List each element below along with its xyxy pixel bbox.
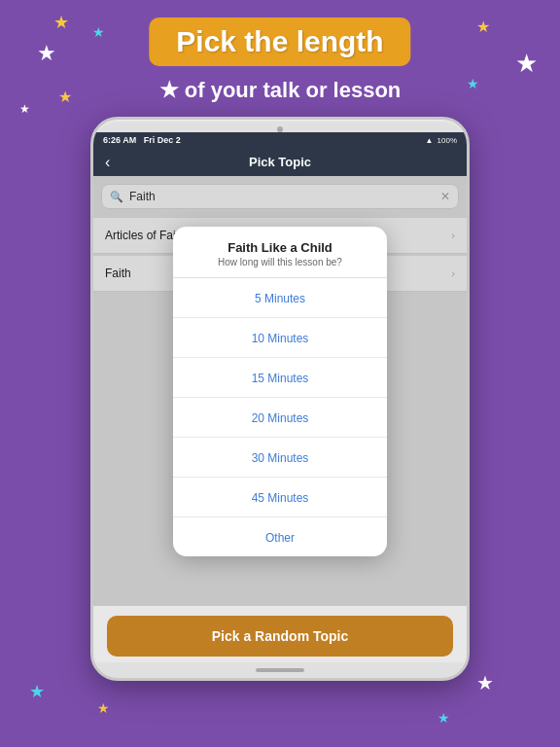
status-right: ▲ 100% <box>426 136 457 145</box>
star-decoration-4: ★ <box>476 18 490 36</box>
random-topic-button[interactable]: Pick a Random Topic <box>107 616 453 657</box>
star-decoration-8: ★ <box>19 102 30 116</box>
modal-option-45min[interactable]: 45 Minutes <box>173 478 387 517</box>
modal-header: Faith Like a Child How long will this le… <box>173 227 387 278</box>
content-area: 🔍 Faith ✕ Articles of Faith › Faith › Fa… <box>93 176 467 606</box>
nav-bar: ‹ Pick Topic <box>93 148 467 176</box>
nav-title: Pick Topic <box>249 155 311 169</box>
star-decoration-9: ★ <box>29 681 45 702</box>
star-decoration-10: ★ <box>97 700 110 716</box>
star-decoration-6: ★ <box>467 76 479 91</box>
banner-title: Pick the length <box>176 25 383 57</box>
modal-option-5min[interactable]: 5 Minutes <box>173 278 387 318</box>
modal-title: Faith Like a Child <box>189 240 371 255</box>
star-decoration-5: ★ <box>515 49 538 79</box>
modal-overlay: Faith Like a Child How long will this le… <box>93 176 467 606</box>
bottom-bar: Pick a Random Topic <box>93 606 467 662</box>
modal-option-other[interactable]: Other <box>173 517 387 556</box>
star-decoration-11: ★ <box>476 671 494 694</box>
modal-option-15min[interactable]: 15 Minutes <box>173 358 387 398</box>
modal-option-30min[interactable]: 30 Minutes <box>173 438 387 478</box>
modal-option-10min[interactable]: 10 Minutes <box>173 318 387 358</box>
back-button[interactable]: ‹ <box>105 154 110 171</box>
battery-status: 100% <box>438 136 457 145</box>
modal-option-20min[interactable]: 20 Minutes <box>173 398 387 438</box>
subtitle-text: of your talk or lesson <box>159 78 402 103</box>
star-decoration-3: ★ <box>37 41 56 66</box>
modal-option-label: 10 Minutes <box>252 332 309 345</box>
random-topic-label: Pick a Random Topic <box>212 628 349 644</box>
star-decoration-12: ★ <box>438 710 450 726</box>
star-decoration-2: ★ <box>92 24 105 40</box>
wifi-icon: ▲ <box>426 136 434 145</box>
modal-subtitle: How long will this lesson be? <box>189 257 371 267</box>
modal-option-label: 5 Minutes <box>255 292 305 305</box>
star-decoration-1: ★ <box>53 12 69 33</box>
tablet-frame: 6:26 AM Fri Dec 2 ▲ 100% ‹ Pick Topic 🔍 … <box>90 117 470 681</box>
modal-option-label: 45 Minutes <box>252 491 309 505</box>
modal-option-label: Other <box>265 531 295 545</box>
modal-box: Faith Like a Child How long will this le… <box>173 227 387 556</box>
modal-option-label: 20 Minutes <box>252 411 309 425</box>
star-decoration-7: ★ <box>58 88 72 106</box>
home-indicator <box>256 668 304 672</box>
status-time: 6:26 AM Fri Dec 2 <box>103 135 181 145</box>
modal-option-label: 15 Minutes <box>252 372 309 385</box>
status-bar: 6:26 AM Fri Dec 2 ▲ 100% <box>93 132 467 148</box>
modal-option-label: 30 Minutes <box>252 451 309 465</box>
header-banner: Pick the length <box>149 18 410 66</box>
